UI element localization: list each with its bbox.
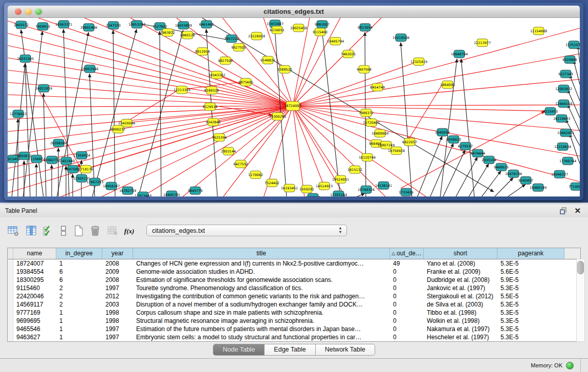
float-panel-icon[interactable] (559, 207, 568, 215)
graph-node-label: 12213977 (474, 41, 491, 45)
graph-node-label: 18807249 (378, 143, 395, 147)
combo-arrows-icon: ▲▼ (338, 226, 342, 234)
column-header-out_de[interactable]: △out_de… (390, 248, 424, 259)
table-row[interactable]: 911546021997Tourette syndrome. Phenomeno… (8, 284, 580, 292)
column-header-in_degree[interactable]: in_degree (56, 248, 102, 259)
table-vertical-scrollbar[interactable] (576, 259, 585, 342)
cell-out_de: 0 (390, 284, 424, 292)
graph-node-label: 9474444 (470, 151, 485, 156)
row-boxes-icon[interactable] (56, 224, 71, 238)
table-row[interactable]: 946554611997Estimation of the future num… (8, 325, 580, 333)
citation-edge-black (417, 136, 442, 196)
table-row[interactable]: 2242004622012Investigating the contribut… (8, 292, 580, 300)
graph-node-label: 14514923 (316, 184, 333, 188)
citation-edge-red (293, 106, 427, 196)
tab-edge-table[interactable]: Edge Table (265, 344, 315, 356)
graph-node-label: 1733426 (399, 190, 413, 194)
table-row[interactable]: 1830029562008Estimation of significance … (8, 276, 580, 284)
cell-out_de: 0 (390, 309, 424, 317)
graph-node-label: 19524851 (332, 178, 349, 182)
table-settings-icon[interactable] (6, 224, 20, 238)
citation-edge-black (461, 59, 474, 196)
graph-node-label: 16210643 (553, 117, 570, 121)
column-header-title[interactable]: title (133, 248, 390, 259)
column-header-name[interactable]: name (13, 248, 56, 259)
row-gutter (8, 300, 13, 309)
cell-out_de: 0 (390, 325, 424, 333)
table-row[interactable]: 946362711997Embryonic stem cells: a mode… (8, 333, 580, 341)
cell-name: 18724007 (13, 259, 56, 268)
graph-node-label: 9146821 (260, 58, 275, 62)
cell-year: 2008 (102, 259, 133, 268)
table-columns-icon[interactable] (24, 224, 38, 238)
graph-node-label: 15720407 (363, 121, 380, 125)
column-checks-icon[interactable] (41, 224, 55, 238)
cell-in_degree: 1 (56, 259, 102, 268)
network-canvas[interactable]: 2405572740991310563371206914062247333106… (8, 18, 580, 196)
graph-node-label: 20691406 (80, 26, 97, 30)
table-row[interactable]: 977716911998Corpus callosum shape and si… (8, 309, 580, 317)
network-canvas-svg[interactable]: 2405572740991310563371206914062247333106… (8, 18, 580, 196)
cell-name: 9115460 (13, 284, 56, 292)
citation-edge-red (293, 61, 419, 106)
graph-node-label: 1527602 (153, 25, 167, 29)
table-body: 1872400712008Changes of HCN gene express… (8, 259, 580, 341)
column-header-year[interactable]: year (102, 248, 133, 259)
table-panel-header: Table Panel ✕ (0, 204, 588, 218)
cell-year: 2003 (102, 300, 133, 309)
cell-out_de: 0 (390, 317, 424, 325)
graph-node-label: 15751074 (565, 43, 580, 47)
citation-edge-red (8, 106, 293, 107)
close-panel-icon[interactable]: ✕ (574, 206, 581, 215)
delete-table-icon[interactable] (105, 224, 120, 238)
cell-short: Stergiakouli et al. (2012) (424, 292, 497, 300)
graph-node-label: 19756928 (388, 149, 405, 153)
function-builder-icon[interactable]: f(x) (123, 224, 137, 238)
cell-title: Tourette syndrome. Phenomenology and cla… (133, 284, 390, 292)
graph-node-label: 8938923 (446, 138, 461, 142)
table-source-select[interactable]: citations_edges.txt ▲▼ (146, 225, 347, 236)
graph-node-label: 12444158 (555, 102, 572, 106)
graph-node-label: 10120746 (359, 156, 376, 160)
table-row[interactable]: 1938455462009Genome-wide association stu… (8, 268, 580, 276)
scrollbar-thumb[interactable] (577, 261, 584, 274)
cell-in_degree: 1 (56, 317, 102, 325)
graph-node-label: 12093832 (555, 87, 572, 91)
tab-network-table[interactable]: Network Table (316, 344, 375, 356)
graph-node-label: 23226058 (248, 34, 265, 38)
graph-node-label: 17760744 (559, 159, 576, 163)
header-gutter (8, 248, 13, 259)
column-header-pagerank[interactable]: pagerank (497, 248, 564, 259)
cell-out_de: 49 (390, 259, 424, 268)
status-bar: Memory: OK (0, 358, 588, 372)
citation-edge-red (293, 106, 304, 196)
graph-node-label: 10025458 (290, 26, 307, 30)
table-row[interactable]: 1456911722003Disruption of a novel membe… (8, 300, 580, 309)
graph-node-label: 11451940 (58, 159, 75, 163)
tab-node-table[interactable]: Node Table (213, 344, 265, 356)
graph-node-label: 1857357 (306, 195, 320, 196)
memory-ok-led-icon[interactable] (566, 362, 574, 369)
network-window-titlebar[interactable]: citations_edges.txt (8, 6, 580, 18)
cell-in_degree: 1 (56, 309, 102, 317)
table-header-row: namein_degreeyeartitle△out_de…shortpager… (8, 248, 580, 259)
table-row[interactable]: 1872400712008Changes of HCN gene express… (8, 259, 580, 268)
cell-in_degree: 1 (56, 325, 102, 333)
cell-in_degree: 1 (56, 333, 102, 341)
cell-short: Franke et al. (2009) (424, 268, 497, 276)
graph-node-label: 10958107 (103, 184, 120, 188)
cell-title: Structural magnetic resonance image aver… (133, 317, 390, 325)
citation-edge-black (430, 143, 453, 196)
graph-node-label: 16782759 (119, 189, 136, 193)
column-header-short[interactable]: short (424, 248, 497, 259)
table-row[interactable]: 969969511998Structural magnetic resonanc… (8, 317, 580, 325)
graph-node-label: 18495785 (163, 193, 180, 196)
trash-icon[interactable] (88, 224, 102, 238)
cell-short: Tibbo et al. (1998) (424, 309, 497, 317)
graph-node-label: 7409913 (35, 25, 50, 29)
svg-text:f(x): f(x) (124, 227, 135, 235)
new-file-icon[interactable] (72, 224, 86, 238)
cell-pagerank: 5.3E-5 (497, 309, 564, 317)
graph-node-label: 10563371 (55, 23, 72, 27)
cell-pagerank: 5.3E-5 (497, 300, 564, 309)
